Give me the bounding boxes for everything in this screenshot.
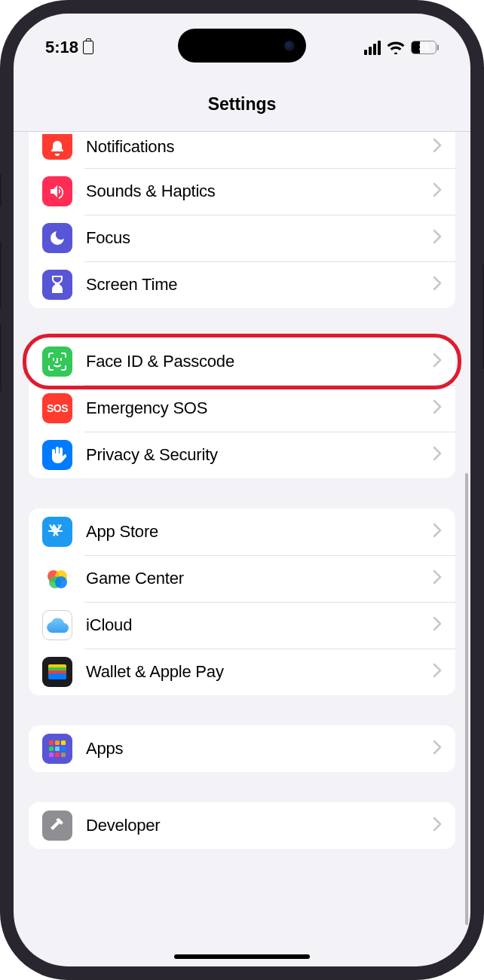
chevron-right-icon: [433, 446, 442, 464]
hammer-icon: [42, 811, 72, 841]
status-time: 5:18: [45, 38, 78, 57]
nav-header: Settings: [14, 78, 470, 132]
silent-switch: [0, 173, 2, 207]
volume-up-button: [0, 241, 2, 309]
svg-rect-9: [55, 740, 60, 745]
battery-percent: 35: [411, 42, 437, 53]
settings-row-app-store[interactable]: App Store: [29, 508, 455, 555]
svg-rect-14: [49, 753, 54, 757]
settings-group: Apps: [29, 725, 455, 772]
row-label: Developer: [86, 816, 433, 835]
dynamic-island: [178, 29, 306, 63]
svg-rect-10: [61, 740, 66, 745]
chevron-right-icon: [433, 817, 442, 835]
row-label: iCloud: [86, 615, 433, 635]
chevron-right-icon: [433, 663, 442, 681]
settings-row-emergency-sos[interactable]: SOSEmergency SOS: [29, 385, 455, 432]
cellular-signal-icon: [364, 41, 381, 55]
screen: 5:18 35 Settings NotificationsSounds & H…: [14, 14, 470, 966]
wifi-icon: [387, 41, 405, 54]
row-label: Wallet & Apple Pay: [86, 662, 433, 682]
settings-row-face-id-passcode[interactable]: Face ID & Passcode: [29, 338, 455, 385]
settings-group: App StoreGame CenteriCloudWallet & Apple…: [29, 508, 455, 695]
row-label: Apps: [86, 739, 433, 759]
svg-rect-7: [48, 673, 66, 679]
status-right: 35: [364, 41, 439, 55]
svg-rect-12: [55, 746, 60, 751]
chevron-right-icon: [433, 616, 442, 634]
moon-icon: [42, 223, 72, 253]
svg-rect-11: [49, 746, 54, 751]
page-title: Settings: [208, 94, 277, 114]
settings-row-wallet-apple-pay[interactable]: Wallet & Apple Pay: [29, 649, 455, 695]
settings-row-icloud[interactable]: iCloud: [29, 602, 455, 649]
chevron-right-icon: [433, 523, 442, 541]
row-label: Screen Time: [86, 275, 433, 295]
faceid-icon: [42, 347, 72, 377]
row-label: Emergency SOS: [86, 398, 433, 418]
home-indicator[interactable]: [174, 954, 310, 959]
chevron-right-icon: [433, 182, 442, 200]
settings-row-focus[interactable]: Focus: [29, 215, 455, 261]
hand-icon: [42, 440, 72, 470]
wallet-icon: [42, 657, 72, 687]
battery-icon: 35: [411, 41, 439, 54]
row-label: Privacy & Security: [86, 445, 433, 465]
svg-rect-8: [49, 740, 54, 745]
apps-icon: [42, 734, 72, 764]
gamecenter-icon: [42, 563, 72, 594]
row-label: Game Center: [86, 569, 433, 588]
chevron-right-icon: [433, 740, 442, 758]
settings-row-privacy-security[interactable]: Privacy & Security: [29, 432, 455, 478]
settings-row-screen-time[interactable]: Screen Time: [29, 261, 455, 308]
appstore-icon: [42, 517, 72, 547]
settings-row-game-center[interactable]: Game Center: [29, 555, 455, 602]
settings-group: Developer: [29, 802, 455, 849]
chevron-right-icon: [433, 353, 442, 371]
volume-down-button: [0, 324, 2, 392]
svg-rect-15: [55, 753, 60, 757]
row-label: Notifications: [86, 137, 433, 157]
bell-icon: [42, 134, 72, 160]
sim-icon: [83, 41, 93, 54]
settings-row-notifications[interactable]: Notifications: [29, 132, 455, 168]
speaker-icon: [42, 176, 72, 206]
settings-group: Face ID & PasscodeSOSEmergency SOSPrivac…: [29, 338, 455, 478]
chevron-right-icon: [433, 229, 442, 247]
chevron-right-icon: [433, 569, 442, 588]
device-frame: 5:18 35 Settings NotificationsSounds & H…: [0, 0, 484, 980]
chevron-right-icon: [433, 138, 442, 156]
row-label: Face ID & Passcode: [86, 352, 433, 371]
chevron-right-icon: [433, 276, 442, 294]
svg-rect-13: [61, 746, 66, 751]
row-label: Sounds & Haptics: [86, 182, 433, 201]
icloud-icon: [42, 610, 72, 640]
svg-rect-16: [61, 753, 66, 757]
settings-row-developer[interactable]: Developer: [29, 802, 455, 849]
settings-list[interactable]: NotificationsSounds & HapticsFocusScreen…: [14, 132, 470, 966]
row-label: Focus: [86, 228, 433, 248]
settings-row-sounds-haptics[interactable]: Sounds & Haptics: [29, 168, 455, 215]
sos-icon: SOS: [42, 393, 72, 423]
hourglass-icon: [42, 270, 72, 300]
chevron-right-icon: [433, 399, 442, 417]
status-left: 5:18: [45, 38, 93, 57]
scroll-indicator[interactable]: [465, 473, 468, 925]
settings-group: NotificationsSounds & HapticsFocusScreen…: [29, 132, 455, 308]
settings-row-apps[interactable]: Apps: [29, 725, 455, 772]
svg-point-3: [55, 576, 67, 588]
front-camera: [284, 41, 295, 51]
row-label: App Store: [86, 522, 433, 542]
